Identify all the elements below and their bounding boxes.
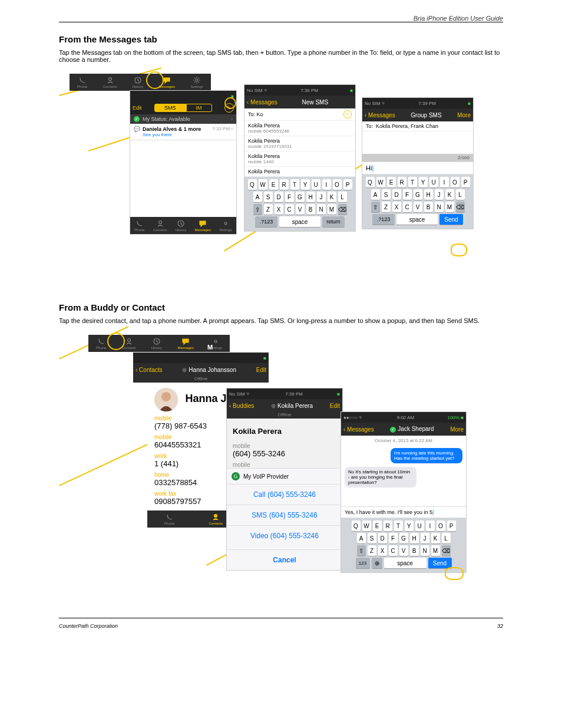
globe-key[interactable]: ⊕ <box>372 558 382 568</box>
search-result[interactable]: Kokila Pereramobile 1440 <box>244 151 355 167</box>
action-sheet: GMy VoIP Provider Call (604) 555-3246 SM… <box>227 468 342 570</box>
highlight-circle <box>146 71 164 89</box>
messages-list-screen: ■ Edit SMS IM ✎ ✓ My Status: Available ›… <box>130 90 237 235</box>
keyboard[interactable]: QWERTYUIOP ASDFGHJKL ⇧ZXCVBNM⌫ 123⊕space… <box>341 518 466 572</box>
divider <box>59 22 503 22</box>
sms-action[interactable]: SMS (604) 555-3246 <box>227 505 342 525</box>
new-sms-screen: No SIM ᯤ7:36 PM■ ‹ Messages New SMS To: … <box>244 84 356 232</box>
add-contact-icon[interactable]: + <box>343 110 352 118</box>
tabbar: Phone Contacts History Messages Settings <box>70 74 211 91</box>
footer-left: CounterPath Corporation <box>59 623 118 629</box>
compose-input[interactable]: Yes, I have it with me. I'll see you in … <box>341 506 466 518</box>
tab-phone[interactable]: Phone <box>77 76 87 88</box>
section-body: Tap the Messages tab on the bottom of th… <box>59 49 503 63</box>
back-button[interactable]: ‹ Messages <box>365 112 395 118</box>
divider <box>59 618 503 618</box>
section-heading: From a Buddy or Contact <box>59 302 503 312</box>
tabbar-bottom: Phone Contacts History Messages Settings <box>130 217 236 234</box>
highlight-ellipse <box>451 243 467 256</box>
svg-point-6 <box>127 339 130 342</box>
svg-point-10 <box>161 392 171 401</box>
chat-icon: 💬 <box>134 126 140 137</box>
edit-button[interactable]: Edit <box>133 105 142 111</box>
svg-point-3 <box>158 221 161 224</box>
message-input[interactable]: Hi| <box>362 162 473 174</box>
status-check-icon: ✓ <box>390 427 396 433</box>
tab-settings[interactable]: Settings <box>190 76 203 88</box>
screen-title: New SMS <box>302 99 328 106</box>
provider-icon: G <box>232 472 240 480</box>
phone-number[interactable]: (604) 555-3246 <box>233 449 336 458</box>
send-button[interactable]: Send <box>428 558 452 568</box>
svg-point-2 <box>196 79 198 81</box>
section-heading: From the Messages tab <box>59 34 503 44</box>
edit-button[interactable]: Edit <box>256 367 266 373</box>
back-button[interactable]: ‹ Buddies <box>229 403 254 409</box>
search-result[interactable]: Kokila Perera <box>244 167 355 177</box>
backspace-key[interactable]: ⌫ <box>338 204 347 215</box>
phone-1: Phone Contacts History Messages Settings <box>70 74 211 91</box>
svg-point-11 <box>214 515 217 518</box>
footer-right: 32 <box>497 623 503 629</box>
more-button[interactable]: More <box>450 426 464 433</box>
conversation-screen: ●●○○○ ᯤ9:02 AM100% ■ ‹ Messages ✓Jack Sh… <box>340 411 467 573</box>
send-button[interactable]: Send <box>439 214 463 225</box>
more-button[interactable]: More <box>457 112 471 118</box>
back-button[interactable]: ‹ Messages <box>247 99 277 106</box>
avatar <box>154 388 178 411</box>
recipients-field[interactable]: Kokila Perera, Frank Chan <box>376 123 438 129</box>
video-action[interactable]: Video (604) 555-3246 <box>227 525 342 546</box>
status-row[interactable]: ✓ My Status: Available › <box>130 114 236 124</box>
im-tab[interactable]: IM <box>186 104 212 112</box>
back-button[interactable]: ‹ Messages <box>343 426 374 433</box>
tab-history[interactable]: History <box>133 76 144 88</box>
section-body: Tap the desired contact, and tap a phone… <box>59 317 503 324</box>
char-count: 2/160 <box>362 154 473 162</box>
highlight-circle <box>107 332 125 350</box>
search-result[interactable]: Kokila Pereramobile 15197719231 <box>244 136 355 151</box>
call-action[interactable]: Call (604) 555-3246 <box>227 484 342 505</box>
buddy-action-screen: No SIM ᯤ7:39 PM■ ‹ Buddies ⊗Kokila Perer… <box>226 388 343 571</box>
svg-point-0 <box>108 78 111 81</box>
search-result[interactable]: Kokila Pereramobile 6045553246 <box>244 121 355 136</box>
highlight-ellipse <box>445 567 464 580</box>
message-received: No it's starting in about 10min - are yo… <box>345 467 416 487</box>
conversation-row[interactable]: 💬 Daniela Alves & 1 more See you there 7… <box>130 124 236 140</box>
keyboard[interactable]: QWERTYUIOP ASDFGHJKL ⇧ZXCVBNM⌫ .?123spac… <box>244 177 355 231</box>
group-sms-screen: No SIM ᯤ7:39 PM■ ‹ Messages Group SMS Mo… <box>362 97 474 229</box>
sms-tab[interactable]: SMS <box>154 104 186 112</box>
message-sent: I'm running late this morning. Has the m… <box>391 448 462 463</box>
figure-1: Phone Contacts History Messages Settings… <box>59 74 503 298</box>
figure-2: Phone Contacts History Messages Settings… <box>59 335 503 594</box>
doc-header: Bria iPhone Edition User Guide <box>59 15 503 22</box>
tab-contacts[interactable]: Contacts <box>103 76 117 88</box>
status-icon: ⊗ <box>182 367 187 373</box>
svg-point-8 <box>214 340 217 342</box>
status-check-icon: ✓ <box>134 116 140 122</box>
keyboard[interactable]: QWERTYUIOP ASDFGHJKL ⇧ZXCVBNM⌫ .?123spac… <box>362 174 473 229</box>
to-field[interactable]: Ko <box>257 111 263 117</box>
shift-key[interactable]: ⇧ <box>253 204 262 215</box>
cancel-action[interactable]: Cancel <box>227 549 342 570</box>
highlight-circle <box>224 97 236 109</box>
svg-point-5 <box>224 222 227 225</box>
back-button[interactable]: ‹ Contacts <box>135 367 163 373</box>
